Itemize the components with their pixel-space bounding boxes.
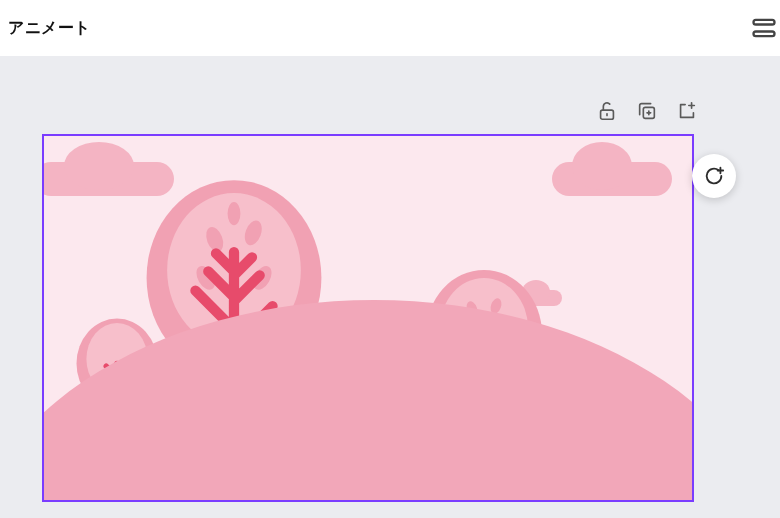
design-canvas[interactable] — [42, 134, 694, 502]
animate-title[interactable]: アニメート — [8, 18, 91, 39]
open-external-plus-icon[interactable] — [676, 100, 698, 122]
svg-point-17 — [228, 202, 241, 225]
canvas-holder — [42, 134, 694, 502]
svg-rect-1 — [754, 32, 775, 37]
workspace — [0, 56, 780, 518]
cloud — [552, 162, 672, 196]
copy-plus-icon[interactable] — [636, 100, 658, 122]
svg-rect-0 — [754, 20, 775, 25]
add-comment-button[interactable] — [692, 154, 736, 198]
unlock-icon[interactable] — [596, 100, 618, 122]
overflow-icon[interactable] — [750, 14, 778, 42]
canvas-tools — [596, 100, 698, 122]
top-bar: アニメート — [0, 0, 780, 56]
